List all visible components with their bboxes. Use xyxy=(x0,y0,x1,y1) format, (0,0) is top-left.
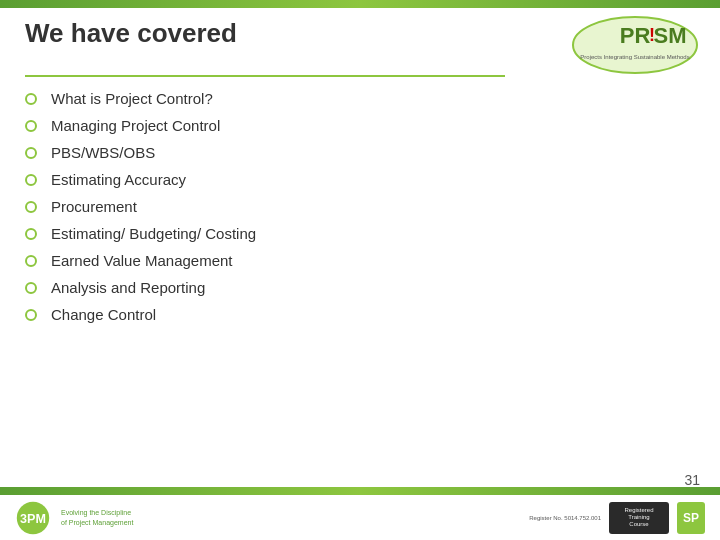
bullet-circle-2 xyxy=(25,147,37,159)
reg-text: Register No. 5014.752.001 xyxy=(529,515,601,521)
bullet-circle-3 xyxy=(25,174,37,186)
bullet-circle-1 xyxy=(25,120,37,132)
page-number: 31 xyxy=(684,472,700,488)
bullet-text-7: Analysis and Reporting xyxy=(51,279,205,296)
svg-text:SM: SM xyxy=(654,23,687,48)
bullet-text-8: Change Control xyxy=(51,306,156,323)
bullet-text-0: What is Project Control? xyxy=(51,90,213,107)
bullet-circle-8 xyxy=(25,309,37,321)
top-bar xyxy=(0,0,720,8)
slide: PR ! SM Projects Integrating Sustainable… xyxy=(0,0,720,540)
bullet-list: What is Project Control?Managing Project… xyxy=(25,90,256,333)
bullet-text-5: Estimating/ Budgeting/ Costing xyxy=(51,225,256,242)
footer-text-line1: Evolving the Discipline xyxy=(61,508,133,517)
sp-label: SP xyxy=(683,511,699,525)
footer-text-line2: of Project Management xyxy=(61,518,133,527)
slide-title: We have covered xyxy=(25,18,237,49)
bullet-item-1: Managing Project Control xyxy=(25,117,256,134)
bullet-text-2: PBS/WBS/OBS xyxy=(51,144,155,161)
footer-left: 3PM Evolving the Discipline of Project M… xyxy=(15,500,133,536)
bullet-circle-7 xyxy=(25,282,37,294)
bullet-text-3: Estimating Accuracy xyxy=(51,171,186,188)
bottom-bar xyxy=(0,487,720,495)
ipma-badge: Registered Training Course xyxy=(609,502,669,534)
bullet-item-4: Procurement xyxy=(25,198,256,215)
bullet-item-5: Estimating/ Budgeting/ Costing xyxy=(25,225,256,242)
svg-text:Projects Integrating Sustainab: Projects Integrating Sustainable Methods xyxy=(580,54,689,60)
ipma-badge-text: Registered Training Course xyxy=(624,507,653,529)
bullet-item-0: What is Project Control? xyxy=(25,90,256,107)
bullet-item-3: Estimating Accuracy xyxy=(25,171,256,188)
svg-text:PR: PR xyxy=(620,23,651,48)
prism-logo: PR ! SM Projects Integrating Sustainable… xyxy=(570,15,700,75)
bullet-item-2: PBS/WBS/OBS xyxy=(25,144,256,161)
bullet-text-6: Earned Value Management xyxy=(51,252,233,269)
bullet-circle-5 xyxy=(25,228,37,240)
footer-right: Register No. 5014.752.001 Registered Tra… xyxy=(529,502,705,534)
bullet-text-1: Managing Project Control xyxy=(51,117,220,134)
footer: 3PM Evolving the Discipline of Project M… xyxy=(0,495,720,540)
bullet-item-6: Earned Value Management xyxy=(25,252,256,269)
bullet-item-7: Analysis and Reporting xyxy=(25,279,256,296)
svg-text:3PM: 3PM xyxy=(20,512,46,526)
footer-text: Evolving the Discipline of Project Manag… xyxy=(61,508,133,526)
sp-badge: SP xyxy=(677,502,705,534)
bullet-item-8: Change Control xyxy=(25,306,256,323)
bullet-text-4: Procurement xyxy=(51,198,137,215)
footer-logo: 3PM xyxy=(15,500,51,536)
title-divider xyxy=(25,75,505,77)
bullet-circle-0 xyxy=(25,93,37,105)
bullet-circle-6 xyxy=(25,255,37,267)
bullet-circle-4 xyxy=(25,201,37,213)
